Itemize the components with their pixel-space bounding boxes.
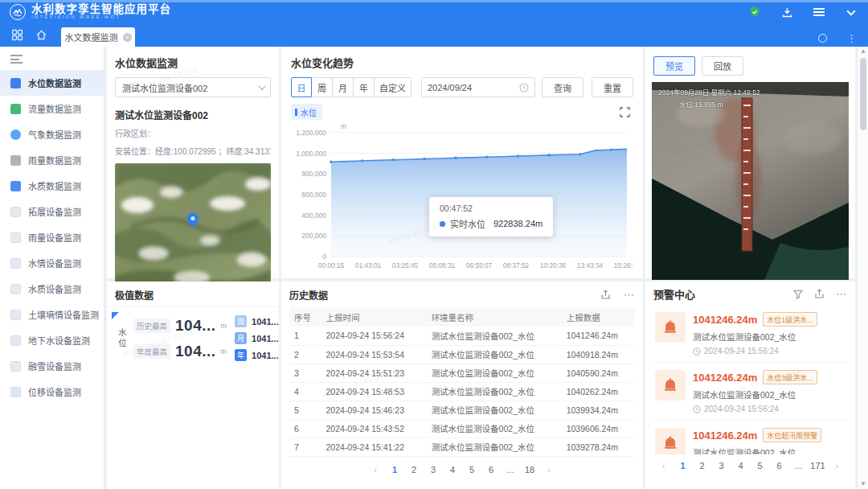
period-button-年[interactable]: 年 [354, 77, 375, 97]
sidebar-item-9[interactable]: 土壤墒情设备监测 [0, 302, 104, 327]
date-picker[interactable]: 2024/09/24 [421, 77, 535, 97]
sidebar-item-2[interactable]: 气象数据监测 [0, 121, 104, 147]
pagination-prev[interactable]: ‹ [367, 462, 383, 478]
home-icon[interactable] [35, 29, 48, 42]
period-button-自定义[interactable]: 自定义 [375, 77, 411, 97]
pagination-page-4[interactable]: 4 [733, 458, 749, 474]
sidebar-item-icon [10, 232, 21, 243]
history-column-header: 上报数据 [562, 307, 635, 327]
scroll-up-icon[interactable]: ▲ [860, 48, 866, 55]
alert-card-2[interactable]: 1041246.24m 水位超汛限预警 测试水位监测设备002_水位 2024-… [653, 421, 847, 454]
filter-icon[interactable] [793, 290, 803, 299]
sidebar-item-11[interactable]: 融雪设备监测 [0, 353, 104, 379]
alert-device: 测试水位监测设备002_水位 [693, 446, 821, 454]
trend-chart[interactable]: 0200,000400,000600,000800,0001,000,0001,… [291, 121, 633, 289]
pagination-page-2[interactable]: 2 [694, 458, 710, 474]
clock-icon [693, 347, 701, 355]
pagination-next[interactable]: › [541, 462, 557, 478]
table-cell: 测试水位监测设备002_水位 [427, 382, 562, 401]
table-cell: 6 [289, 419, 321, 438]
menu-icon[interactable] [812, 5, 826, 19]
pagination-page-5[interactable]: 5 [752, 458, 768, 474]
table-row[interactable]: 62024-09-24 15:43:52测试水位监测设备002_水位103960… [289, 419, 635, 438]
table-row[interactable]: 52024-09-24 15:46:23测试水位监测设备002_水位103993… [289, 401, 635, 419]
page-scrollbar[interactable]: ▲ ▼ [857, 47, 868, 489]
pagination-page-3[interactable]: 3 [425, 462, 441, 478]
sidebar-collapse-icon[interactable] [10, 55, 23, 64]
export-icon[interactable] [600, 290, 611, 300]
query-button[interactable]: 查询 [542, 77, 583, 97]
sidebar-item-label: 水情设备监测 [28, 257, 81, 269]
pagination-next[interactable]: › [829, 458, 845, 474]
table-cell: 2 [289, 345, 321, 364]
sidebar-item-label: 流量数据监测 [28, 102, 81, 115]
sidebar-item-6[interactable]: 雨量设备监测 [0, 224, 104, 250]
table-cell: 7 [289, 438, 321, 456]
alarm-bell-icon [655, 428, 686, 454]
scrollbar-thumb[interactable] [860, 58, 866, 130]
period-button-月[interactable]: 月 [333, 77, 354, 97]
device-panel: 水位数据监测 测试水位监测设备002 测试水位监测设备002 行政区划： 安装位… [107, 47, 279, 278]
table-row[interactable]: 32024-09-24 15:51:23测试水位监测设备002_水位104059… [289, 364, 635, 382]
app-logo-icon [10, 4, 26, 20]
trend-chart-svg: 0200,000400,000600,000800,0001,000,0001,… [291, 121, 633, 289]
sidebar-item-10[interactable]: 地下水设备监测 [0, 327, 104, 353]
pagination-page-6[interactable]: 6 [772, 458, 788, 474]
sidebar-item-8[interactable]: 水质设备监测 [0, 276, 104, 302]
corner-flag-icon [112, 312, 119, 319]
alert-card-0[interactable]: 1041246.24m 水位1级洪水... 测试水位监测设备002_水位 202… [653, 305, 847, 363]
pagination-page-5[interactable]: 5 [464, 462, 480, 478]
sidebar-item-1[interactable]: 流量数据监测 [0, 96, 104, 121]
period-button-日[interactable]: 日 [291, 77, 312, 97]
pagination-prev[interactable]: ‹ [656, 458, 672, 474]
alert-card-1[interactable]: 1041246.24m 水位3级洪水... 测试水位监测设备002_水位 202… [653, 363, 847, 421]
download-icon[interactable] [780, 5, 794, 19]
period-button-周[interactable]: 周 [312, 77, 333, 97]
fullscreen-icon[interactable] [620, 107, 630, 117]
satellite-map[interactable] [115, 163, 271, 286]
chevron-down-icon[interactable] [844, 5, 858, 19]
sidebar-item-4[interactable]: 水质数据监测 [0, 173, 104, 199]
scroll-down-icon[interactable]: ▼ [860, 481, 866, 487]
pagination-page-1[interactable]: 1 [675, 458, 691, 474]
table-row[interactable]: 72024-09-24 15:41:22测试水位监测设备002_水位103927… [289, 438, 635, 456]
pagination-page-2[interactable]: 2 [406, 462, 422, 478]
refresh-icon[interactable] [818, 34, 827, 43]
pagination-page-3[interactable]: 3 [714, 458, 730, 474]
sidebar-item-7[interactable]: 水情设备监测 [0, 250, 104, 276]
more-horizontal-icon[interactable]: ⋯ [624, 289, 635, 301]
preview-button[interactable]: 预览 [653, 56, 695, 76]
pagination-ellipsis: … [791, 458, 807, 474]
device-select[interactable]: 测试水位监测设备002 [115, 77, 271, 97]
sidebar-item-3[interactable]: 雨量数据监测 [0, 147, 104, 173]
table-row[interactable]: 22024-09-24 15:53:54测试水位监测设备002_水位104091… [289, 345, 635, 364]
water-level-series-tag[interactable]: 水位 [291, 104, 322, 120]
table-cell: 2024-09-24 15:51:23 [321, 364, 427, 382]
export-icon[interactable] [814, 289, 825, 299]
playback-button[interactable]: 回放 [702, 56, 743, 76]
video-mode-buttons: 预览 回放 [653, 56, 849, 76]
sidebar-item-icon [10, 181, 21, 191]
extreme-panel: 极值数据 水位 历史最高 104... m年度最高 104... m 周 104… [107, 281, 279, 489]
tabbar-actions: ⋮ [818, 34, 857, 43]
table-row[interactable]: 42024-09-24 15:48:53测试水位监测设备002_水位104026… [289, 382, 635, 401]
sidebar-item-5[interactable]: 拓展设备监测 [0, 199, 104, 224]
table-row[interactable]: 12024-09-24 15:56:24测试水位监测设备002_水位104124… [289, 327, 635, 345]
apps-grid-icon[interactable] [11, 29, 24, 42]
tab-close-icon[interactable]: × [123, 33, 132, 42]
pagination-page-18[interactable]: 18 [522, 462, 538, 478]
sidebar-item-12[interactable]: 位移设备监测 [0, 379, 104, 405]
pagination-page-1[interactable]: 1 [387, 462, 403, 478]
device-select-value: 测试水位监测设备002 [122, 81, 207, 94]
reset-button[interactable]: 重置 [592, 77, 633, 97]
pagination-page-4[interactable]: 4 [444, 462, 461, 478]
alert-pagination: ‹123456…171› [653, 458, 847, 474]
sidebar-item-0[interactable]: 水位数据监测 [0, 70, 104, 96]
camera-feed[interactable]: 2024年09月28日 星期六 12:49:52 水位:15.895 m [652, 82, 849, 280]
tab-hydrology-monitoring[interactable]: 水文数据监测 × [61, 27, 135, 47]
pagination-page-171[interactable]: 171 [810, 458, 826, 474]
security-shield-icon[interactable] [747, 5, 762, 19]
pagination-page-6[interactable]: 6 [483, 462, 499, 478]
more-horizontal-icon[interactable]: ⋯ [836, 288, 847, 300]
more-vertical-icon[interactable]: ⋮ [846, 35, 857, 43]
